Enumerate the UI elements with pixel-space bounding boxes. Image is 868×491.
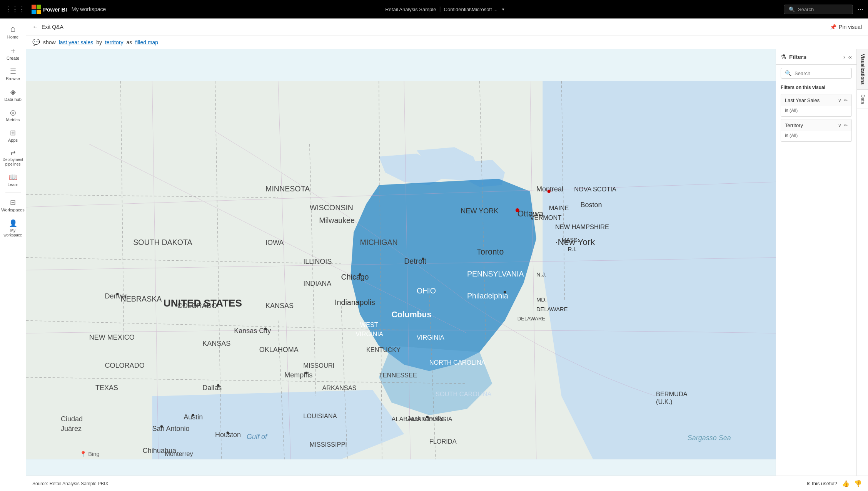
sidebar-label-home: Home (7, 35, 18, 40)
workspace-label[interactable]: My workspace (72, 6, 106, 12)
pin-visual-button[interactable]: 📌 Pin visual (830, 24, 862, 30)
logo-sq-blue (32, 10, 36, 14)
filter-search-input[interactable] (795, 70, 856, 76)
tab-visualizations[interactable]: Visualizations (857, 49, 868, 90)
topbar-center: Retail Analysis Sample | Confidential\Mi… (110, 6, 779, 13)
sidebar-item-learn[interactable]: 📖 Learn (1, 171, 25, 189)
svg-text:Columbus: Columbus (391, 310, 431, 319)
filter-icon: ⚗ (781, 53, 786, 60)
sidebar-label-create: Create (7, 56, 19, 61)
search-icon: 🔍 (789, 7, 795, 12)
sidebar-item-home[interactable]: ⌂ Home (1, 22, 25, 42)
sidebar-item-deployment[interactable]: ⇄ Deployment pipelines (1, 147, 25, 169)
filter-search-icon: 🔍 (785, 70, 791, 76)
qa-highlight-sales[interactable]: last year sales (59, 39, 93, 45)
filter-chevron-icon-sales[interactable]: ∨ (838, 98, 841, 103)
svg-point-76 (160, 425, 163, 428)
sidebar-item-datahub[interactable]: ◈ Data hub (1, 85, 25, 104)
logo-sq-yellow (37, 10, 41, 14)
svg-text:KENTUCKY: KENTUCKY (366, 346, 401, 353)
more-options-icon[interactable]: ··· (858, 5, 863, 13)
svg-text:LOUISIANA: LOUISIANA (303, 412, 337, 419)
myworkspace-icon: 👤 (9, 220, 17, 227)
sidebar-item-apps[interactable]: ⊞ Apps (1, 126, 25, 145)
filter-chevron-icon-territory[interactable]: ∨ (838, 123, 841, 128)
svg-text:MASS.: MASS. (561, 237, 579, 243)
filter-section-title: Filters on this visual (776, 82, 856, 92)
svg-text:DELAWARE: DELAWARE (536, 306, 568, 312)
svg-text:KANSAS: KANSAS (202, 340, 230, 347)
svg-text:ARKANSAS: ARKANSAS (322, 384, 356, 391)
svg-text:MAINE: MAINE (549, 204, 569, 211)
sidebar-label-workspaces: Workspaces (1, 208, 24, 213)
svg-text:DELAWARE: DELAWARE (517, 316, 546, 322)
filter-edit-icon-territory[interactable]: ✏ (844, 123, 848, 128)
svg-point-78 (227, 432, 229, 434)
svg-text:NEW YORK: NEW YORK (461, 207, 499, 215)
sidebar-item-workspaces[interactable]: ⊟ Workspaces (1, 196, 25, 215)
filter-item-header-territory[interactable]: Territory ∨ ✏ (781, 119, 851, 131)
svg-text:VIRGINIA: VIRGINIA (356, 330, 383, 337)
footer-useful-label: Is this useful? (807, 481, 838, 486)
sidebar-item-create[interactable]: ＋ Create (1, 44, 25, 63)
svg-point-22 (422, 258, 424, 260)
sidebar-label-browse: Browse (6, 76, 20, 81)
search-bar[interactable]: 🔍 Search (784, 5, 853, 14)
svg-text:Indianapolis: Indianapolis (335, 298, 375, 307)
powerbi-label: Power BI (43, 6, 67, 13)
filter-item-body-sales: is (All) (781, 106, 851, 116)
svg-text:COLORADO: COLORADO (105, 362, 145, 369)
create-icon: ＋ (9, 47, 17, 54)
qa-prompt-prefix: show (43, 39, 56, 45)
map-container[interactable]: Ottawa Montreal Boston ·New York Toronto… (26, 49, 776, 491)
thumbdown-button[interactable]: 👎 (854, 480, 862, 487)
svg-point-70 (264, 327, 267, 330)
svg-text:MICHIGAN: MICHIGAN (360, 238, 398, 246)
pin-icon: 📌 (830, 24, 836, 30)
tab-data[interactable]: Data (857, 90, 868, 109)
svg-text:FLORIDA: FLORIDA (429, 438, 457, 445)
svg-text:Monterrey: Monterrey (165, 450, 193, 457)
filter-item-header-sales[interactable]: Last Year Sales ∨ ✏ (781, 94, 851, 106)
svg-text:NEW HAMPSHIRE: NEW HAMPSHIRE (555, 223, 609, 230)
qa-highlight-territory[interactable]: territory (105, 39, 123, 45)
svg-text:PENNSYLVANIA: PENNSYLVANIA (467, 270, 524, 278)
thumbup-button[interactable]: 👍 (842, 480, 850, 487)
filter-item-name-territory: Territory (785, 122, 803, 128)
filter-panel: ⚗ Filters › ‹‹ 🔍 Filters on this visual (776, 49, 856, 491)
svg-point-24 (359, 273, 361, 276)
svg-text:Jacksonville: Jacksonville (407, 415, 444, 423)
report-subtitle: Confidential\Microsoft ... (444, 7, 497, 12)
sidebar-item-metrics[interactable]: ◎ Metrics (1, 106, 25, 125)
svg-text:BERMUDA: BERMUDA (656, 390, 688, 397)
svg-point-80 (305, 372, 308, 374)
browse-icon: ☰ (10, 68, 16, 75)
filter-collapse-btn[interactable]: ‹‹ (848, 54, 852, 60)
svg-text:N.J.: N.J. (536, 271, 546, 278)
svg-text:Milwaukee: Milwaukee (319, 216, 355, 225)
svg-text:Philadelphia: Philadelphia (467, 292, 508, 300)
svg-point-74 (192, 414, 195, 417)
sidebar-item-browse[interactable]: ☰ Browse (1, 65, 25, 84)
svg-text:INDIANA: INDIANA (303, 280, 331, 287)
sidebar-label-myworkspace: My workspace (2, 228, 24, 238)
qa-bar: 💬 show last year sales by territory as f… (26, 35, 868, 49)
filter-title: Filters (789, 54, 806, 60)
filter-header-actions: › ‹‹ (843, 54, 852, 60)
sidebar-item-myworkspace[interactable]: 👤 My workspace (1, 217, 25, 240)
svg-text:TEXAS: TEXAS (95, 384, 118, 392)
sidebar-label-deployment: Deployment pipelines (2, 158, 24, 167)
exit-qa-button[interactable]: ← Exit Q&A (32, 23, 63, 30)
home-icon: ⌂ (10, 25, 15, 33)
filter-edit-icon-sales[interactable]: ✏ (844, 98, 848, 103)
svg-text:Ciudad: Ciudad (61, 415, 83, 423)
grid-icon[interactable]: ⋮⋮⋮ (5, 5, 25, 13)
chevron-down-icon[interactable]: ▾ (502, 7, 504, 12)
filter-item-body-territory: is (All) (781, 131, 851, 141)
filter-search-bar[interactable]: 🔍 (781, 68, 852, 79)
sidebar-label-datahub: Data hub (4, 97, 22, 102)
filter-expand-icon[interactable]: › (843, 54, 845, 60)
deployment-icon: ⇄ (10, 150, 15, 156)
report-divider: | (439, 6, 441, 13)
qa-highlight-map[interactable]: filled map (135, 39, 158, 45)
